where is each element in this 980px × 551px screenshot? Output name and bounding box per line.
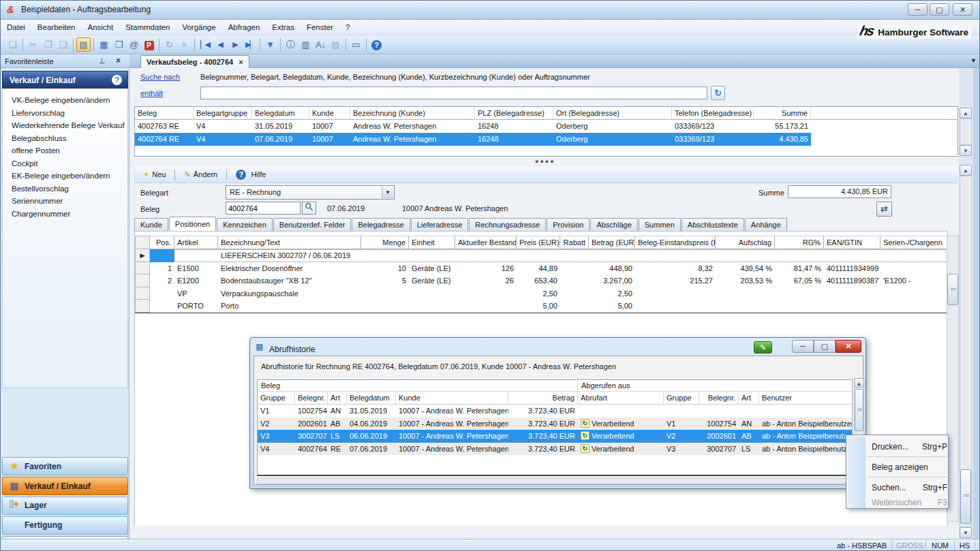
column-header[interactable]: Pos. — [150, 236, 174, 249]
abruf-row[interactable]: V33002707LS06.06.201910007 - Andreas W. … — [258, 430, 852, 443]
chevron-down-icon[interactable]: ▼ — [382, 187, 393, 198]
column-header[interactable]: Ort (Belegadresse) — [553, 107, 672, 120]
column-header[interactable]: Art — [328, 392, 347, 405]
panel-help-icon[interactable]: ? — [112, 75, 122, 85]
maximize-button[interactable]: ▢ — [930, 3, 949, 16]
main-scroll-down-icon[interactable]: ▼ — [960, 527, 972, 538]
context-menu-item-suchen-[interactable]: Suchen...Strg+F — [867, 480, 948, 495]
tab-list-dropdown-icon[interactable]: ▼ — [970, 57, 977, 64]
column-header[interactable]: Abrufart — [578, 392, 664, 405]
position-row[interactable]: 2E1200Bodenstaubsauger ''XB 12''5Geräte … — [135, 274, 947, 287]
sidebar-item-offene-posten[interactable]: offene Posten — [3, 144, 127, 157]
beleg-number-input[interactable] — [226, 202, 301, 215]
dialog-scroll-up-icon[interactable]: ▲ — [854, 378, 864, 388]
help-button[interactable]: ? Hilfe — [231, 168, 271, 183]
window-icon[interactable]: ▭ — [349, 37, 363, 52]
column-header[interactable]: Belegnr. — [699, 392, 739, 405]
column-header[interactable]: Gruppe — [664, 392, 699, 405]
column-header[interactable]: PLZ (Belegadresse) — [475, 107, 553, 120]
pdf-export-icon[interactable]: P — [142, 37, 156, 52]
module-button-lager[interactable]: Lager — [2, 497, 128, 515]
close-panel-icon[interactable]: × — [114, 57, 123, 65]
close-button[interactable]: ✕ — [953, 3, 973, 16]
dialog-horizontal-scrollbar[interactable] — [257, 478, 853, 484]
previous-record-icon[interactable]: ◀ — [213, 37, 227, 52]
abruf-row[interactable]: V11002754AN31.05.201910007 - Andreas W. … — [258, 405, 852, 418]
tab-lieferadresse[interactable]: Lieferadresse — [411, 218, 469, 232]
column-header[interactable]: Summe — [754, 107, 811, 120]
search-by-link[interactable]: Suche nach — [140, 73, 180, 81]
column-header[interactable]: Kunde — [396, 392, 508, 405]
column-header[interactable]: Belegnr. — [295, 392, 328, 405]
sidebar-item-belegabschluss[interactable]: Belegabschluss — [3, 132, 127, 145]
dialog-close-button[interactable]: ✕ — [836, 340, 861, 353]
contains-link[interactable]: enthält — [140, 89, 163, 97]
main-scroll-up-icon[interactable]: ▲ — [960, 165, 972, 176]
column-header[interactable]: Bezeichnung/Text — [218, 236, 361, 249]
column-header[interactable]: Betrag (EUR) — [589, 236, 635, 249]
column-header[interactable]: Belegartgruppe — [194, 107, 252, 120]
next-record-icon[interactable]: ▶ — [228, 37, 242, 52]
sidebar-item-vk-belege-eingeben-ndern[interactable]: VK-Belege eingeben/ändern — [3, 94, 127, 107]
position-row[interactable]: ▶LIEFERSCHEIN 3002707 / 06.06.2019 — [135, 249, 947, 262]
search-input[interactable] — [200, 86, 707, 99]
column-header[interactable]: Benutzer — [759, 392, 853, 405]
sidebar-item-ek-belege-eingeben-ndern[interactable]: EK-Belege eingeben/ändern — [3, 170, 127, 183]
dialog-minimize-button[interactable]: ─ — [792, 340, 814, 353]
abruf-table[interactable]: BelegAbgerufen ausGruppeBelegnr.ArtBeleg… — [257, 379, 853, 476]
sidebar-item-seriennummer[interactable]: Seriennummer — [3, 195, 127, 208]
tab-belegadresse[interactable]: Belegadresse — [352, 218, 410, 232]
position-row[interactable]: 1E1500Elektrischer Dosenöffner10Geräte (… — [135, 262, 947, 275]
last-record-icon[interactable]: ▶▏ — [243, 37, 257, 52]
docs-scroll-up-icon[interactable]: ▲ — [960, 108, 972, 119]
menu-item-?[interactable]: ? — [339, 20, 356, 35]
tab-kunde[interactable]: Kunde — [134, 218, 168, 232]
tab-provision[interactable]: Provision — [547, 218, 589, 232]
menu-item-extras[interactable]: Extras — [266, 20, 301, 35]
sort-doc-icon[interactable]: ▥ — [298, 37, 313, 52]
pin-icon[interactable]: ⊥ — [97, 57, 106, 65]
first-record-icon[interactable]: ▏◀ — [198, 37, 212, 52]
column-header[interactable]: Menge — [361, 236, 409, 249]
positions-table[interactable]: Pos.ArtikelBezeichnung/TextMengeEinheitA… — [135, 236, 947, 313]
table-row[interactable]: 4002763 REV431.05.201910007Andreas W. Pe… — [135, 120, 958, 133]
tab-verkaufsbeleg[interactable]: Verkaufsbeleg - 4002764× — [140, 55, 249, 68]
column-header[interactable]: Belegdatum — [347, 392, 396, 405]
tab-close-icon[interactable]: × — [239, 58, 243, 66]
new-button[interactable]: ✶Neu — [138, 168, 170, 183]
docs-scrollbar[interactable] — [960, 119, 972, 145]
dialog-scrollbar-handle[interactable] — [855, 389, 863, 431]
context-menu-item-beleg-anzeigen[interactable]: Beleg anzeigen — [867, 460, 948, 475]
menu-item-vorgnge[interactable]: Vorgänge — [176, 20, 221, 35]
module-button-favoriten[interactable]: ★Favoriten — [2, 457, 128, 475]
documents-table[interactable]: BelegBelegartgruppeBelegdatumKundeBezeic… — [134, 106, 958, 157]
tab-summen[interactable]: Summen — [639, 218, 681, 232]
sidebar-item-cockpit[interactable]: Cockpit — [3, 157, 127, 170]
tab-kennzeichen[interactable]: Kennzeichen — [217, 218, 273, 232]
print-preview-icon[interactable]: ❒ — [112, 37, 126, 52]
column-header[interactable]: Belegdatum — [252, 107, 309, 120]
position-row[interactable]: PORTOPorto5,005,00 — [135, 300, 947, 313]
abruf-row[interactable]: V44002764RE07.06.201910007 - Andreas W. … — [258, 443, 852, 456]
sidebar-item-wiederkehrende-belege-verkauf[interactable]: Wiederkehrende Belege Verkauf — [3, 119, 127, 132]
menu-item-fenster[interactable]: Fenster — [301, 20, 339, 35]
refresh-button[interactable]: ↻ — [711, 86, 725, 100]
column-header[interactable]: Aktueller Bestand — [455, 236, 517, 249]
menu-item-stammdaten[interactable]: Stammdaten — [119, 20, 176, 35]
help-icon[interactable]: ? — [369, 37, 384, 52]
belegart-combobox[interactable]: RE - Rechnung ▼ — [226, 185, 395, 200]
sidebar-item-chargennummer[interactable]: Chargennummer — [3, 208, 127, 221]
main-scrollbar[interactable] — [960, 176, 972, 527]
module-button-fertigung[interactable]: Fertigung — [2, 516, 128, 535]
splitter-handle[interactable]: ●●●● — [535, 158, 555, 165]
sidebar-item-bestellvorschlag[interactable]: Bestellvorschlag — [3, 183, 127, 195]
tab-positionen[interactable]: Positionen — [169, 217, 216, 231]
docs-scroll-down-icon[interactable]: ▼ — [960, 145, 972, 156]
minimize-button[interactable]: ─ — [908, 3, 928, 16]
table-row[interactable]: 4002764 REV407.06.201910007Andreas W. Pe… — [135, 133, 811, 146]
column-header[interactable]: Kunde — [309, 107, 350, 120]
email-icon[interactable]: @ — [127, 37, 141, 52]
tab-abschl-ge[interactable]: Abschläge — [590, 218, 637, 232]
tab-abschlusstexte[interactable]: Abschlusstexte — [682, 218, 744, 232]
column-header[interactable]: Einheit — [409, 236, 455, 249]
